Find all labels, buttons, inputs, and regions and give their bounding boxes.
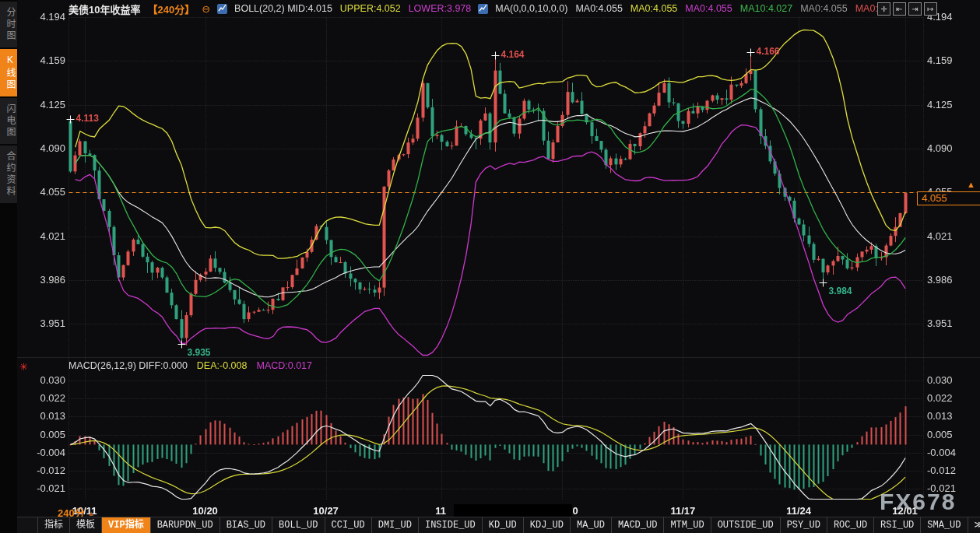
price-axis-label: 4.159 [927,54,975,66]
price-marker-icon: ▲ [967,180,975,189]
candlestick-chart[interactable] [0,0,980,533]
date-axis-label: 10/27 [297,505,355,517]
pane-divider[interactable] [17,357,980,358]
macd-axis-label: 0.030 [927,374,975,386]
footer-tab-15[interactable]: OUTSIDE_UD [711,517,781,533]
indicator-chart-icon [478,4,488,14]
footer-tab-6[interactable]: BOLL_UD [272,517,325,533]
compress-right-icon[interactable]: ⇥ [908,2,922,16]
price-axis-label: 4.125 [17,99,65,110]
chart-header: 美债10年收益率 【240分】 ⊖ BOLL(20,2) MID:4.015UP… [68,2,878,15]
macd-value: DEA:-0.008 [197,360,248,371]
macd-axis-label: -0.004 [17,447,65,458]
footer-tab-7[interactable]: CCI_UD [325,517,372,533]
sidebar: 分时图K线图闪电图合约资料 [0,0,17,533]
price-axis-label: 3.986 [17,274,65,286]
chart-toolbar: ✛⇤⇥↦ [875,2,937,16]
ma-value: MA0:4.055 [631,3,677,14]
watermark: FX678 [880,489,956,515]
footer-tab-4[interactable]: BARUPDN_UD [151,517,220,533]
minus-circle-icon[interactable]: ⊖ [202,4,210,14]
indicator-tab-bar: 指标模板VIP指标BARUPDN_UDBIAS_UDBOLL_UDCCI_UDD… [17,517,980,533]
ma-value: MA10:4.027 [740,3,792,14]
price-axis-label: 4.021 [17,230,65,242]
footer-tab-10[interactable]: KD_UD [483,517,524,533]
macd-marker-icon: ✳ [19,361,28,373]
sidebar-item-3[interactable]: 闪电图 [0,98,17,144]
macd-axis-label: -0.012 [17,465,65,476]
boll-value: UPPER:4.052 [340,3,401,14]
footer-tab-1[interactable]: 指标 [37,517,70,533]
footer-tab-19[interactable]: SMA_UD [921,517,968,533]
date-axis-label: 11/24 [770,505,827,517]
footer-tab-16[interactable]: PSY_UD [781,517,827,533]
macd-axis-label: -0.012 [927,465,975,476]
macd-axis-label: 0.022 [17,392,65,404]
price-axis-label: 4.159 [17,54,65,66]
macd-value: MACD(26,12,9) DIFF:0.000 [68,360,188,371]
ma-readout: MA(0,0,0,10,0,0)MA0:4.055MA0:4.055MA0:4.… [495,3,878,14]
interval-label: 【240分】 [147,2,195,16]
footer-tab-20[interactable]: ≫ [968,517,980,533]
indicator-chart-icon [217,4,227,14]
boll-value: LOWER:3.978 [409,3,472,14]
price-axis-label: 4.194 [17,11,65,23]
macd-header: MACD(26,12,9) DIFF:0.000DEA:-0.008MACD:0… [68,360,312,371]
symbol-title: 美债10年收益率 [68,2,140,16]
ma-value: MA0:4.055 [685,3,732,14]
ma-value: MA0:4.055 [575,3,622,14]
pan-tool-icon[interactable]: ✛ [877,2,890,16]
footer-tab-5[interactable]: BIAS_UD [220,517,272,533]
shift-forward-icon[interactable]: ↦ [924,2,937,16]
footer-tab-3[interactable]: VIP指标 [102,517,151,533]
ma-value: MA(0,0,0,10,0,0) [495,3,567,14]
price-axis-label: 3.951 [927,317,975,329]
price-axis-label: 3.951 [17,317,65,329]
price-axis-label: 3.986 [927,274,975,286]
sidebar-item-2[interactable]: K线图 [0,49,17,96]
price-axis-label: 4.021 [927,230,975,242]
boll-value: BOLL(20,2) MID:4.015 [234,3,332,14]
compress-left-icon[interactable]: ⇤ [893,2,906,16]
date-axis-label: 10/20 [177,505,234,517]
macd-axis-label: 0.030 [17,374,65,386]
price-axis-label: 4.055 [17,186,65,198]
sidebar-item-4[interactable]: 合约资料 [0,146,17,203]
macd-axis-label: -0.004 [927,447,975,458]
macd-axis-label: 0.022 [927,392,975,404]
boll-readout: BOLL(20,2) MID:4.015UPPER:4.052LOWER:3.9… [234,3,471,14]
price-axis-label: 4.125 [927,99,975,110]
footer-tab-11[interactable]: KDJ_UD [524,517,571,533]
price-axis-label: 4.090 [17,142,65,154]
macd-axis-label: 0.005 [17,429,65,440]
trading-app-window: 分时图K线图闪电图合约资料 美债10年收益率 【240分】 ⊖ BOLL(20,… [0,0,980,533]
macd-axis-label: 0.013 [17,410,65,422]
footer-tab-9[interactable]: INSIDE_UD [419,517,483,533]
date-axis-label: 11/17 [654,505,711,517]
footer-tab-14[interactable]: MTM_UD [664,517,711,533]
footer-tab-2[interactable]: 模板 [70,517,102,533]
footer-tab-17[interactable]: ROC_UD [827,517,874,533]
footer-tab-18[interactable]: RSI_UD [874,517,921,533]
ma-value: MA0:4.055 [800,3,847,14]
macd-axis-label: -0.021 [17,482,65,494]
sidebar-item-1[interactable]: 分时图 [0,2,17,47]
macd-axis-label: 0.005 [927,429,975,440]
macd-value: MACD:0.017 [256,360,312,371]
footer-tab-8[interactable]: DMI_UD [372,517,419,533]
footer-tab-13[interactable]: MACD_UD [612,517,664,533]
footer-tab-12[interactable]: MA_UD [571,517,612,533]
macd-axis-label: 0.013 [927,410,975,422]
price-axis-label: 4.090 [927,142,975,154]
last-price-box: 4.055 [917,191,980,205]
